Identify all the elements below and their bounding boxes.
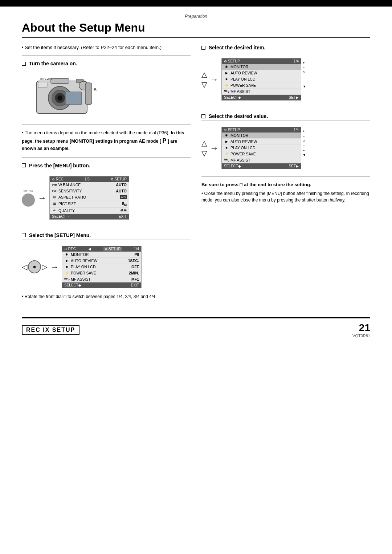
value-powersave-icon: ⚡ [224,152,229,156]
checkbox-setup-select [22,233,26,237]
section-press-menu-header: Press the [MENU] button. [22,163,191,170]
section-turn-on-header: Turn the camera on. [22,61,191,68]
preparation-label: Preparation [22,14,370,19]
svg-rect-8 [85,83,92,105]
checkbox-select-value [201,114,205,118]
value-row-autoreview-label: ▶ AUTO REVIEW [224,139,257,144]
value-menu-header-page: 1/4 [294,128,299,132]
value-row-powersave-label: ⚡ POWER SAVE [224,152,256,156]
mfassist-icon: MFQ [64,277,69,281]
section-select-value-header: Select the desired value. [201,113,370,121]
item-autoreview-icon: ▶ [224,71,229,75]
page-title: About the Setup Menu [22,21,370,38]
value-row-mfassist-label: MFQ MF ASSIST [224,158,250,162]
rec-menu-header-left: ⊙ REC [52,177,64,181]
rec-row-pictsize-value: 8M [122,201,127,207]
checkbox-select-item [201,46,205,50]
setup-menu-screen: ⊙ REC ◀ ⚙ SETUP 1/4 ✱ MONITOR P0 [62,246,142,288]
item-menu-header-setup: ⚙ SETUP [224,59,240,63]
menu-label: MENU [24,189,33,193]
value-row-autoreview: ▶ AUTO REVIEW [222,139,301,145]
svg-rect-10 [65,92,82,105]
value-row-powersave: ⚡ POWER SAVE [222,151,301,157]
item-menu-header-page: 1/4 [294,59,299,63]
setup-section: Select the [SETUP] Menu. ◁ ◉ ▷ → [22,232,191,300]
rec-menu-table: ⊙ REC 1/3 ⚙ SETUP WB W.BALANCE AUTO [49,176,129,220]
pictsize-icon: ▦ [52,202,57,205]
setup-row-playlcd-label: ■ PLAY ON LCD [64,265,95,269]
svg-text:A: A [94,87,97,91]
svg-point-4 [57,95,62,101]
quality-icon: ≞ [52,209,57,212]
setup-row-autoreview-value: 1SEC. [128,258,139,263]
item-row-mfassist: MFQ MF ASSIST [222,89,301,95]
nav-circle: ◉ [28,260,41,273]
rec-row-wbalance: WB W.BALANCE AUTO [50,182,129,188]
camera-illustration: OFF●●ON A [29,72,102,119]
value-footer-set: SET▶ [289,164,299,168]
nav-down-icon-1: ▽ [201,80,207,89]
scroll2-dash-3: – [303,148,306,152]
arrow-right-icon: → [38,193,46,203]
section-setup-select-header: Select the [SETUP] Menu. [22,232,191,240]
page-container: Preparation About the Setup Menu • Set t… [0,0,392,554]
rec-menu-header: ⊙ REC 1/3 ⚙ SETUP [50,176,129,182]
setup-rotate-note: • Rotate the front dial □ to switch betw… [22,293,191,300]
rec-row-wbalance-value: AUTO [116,183,127,187]
col-left: • Set the items if necessary. (Refer to … [22,45,191,303]
value-monitor-icon: ✱ [224,134,229,137]
arrow-right-item: → [210,74,219,85]
rec-row-aspect: ⊞ ASPECT RATIO 4:3 [50,194,129,200]
setup-row-monitor-label: ✱ MONITOR [64,252,89,257]
item-monitor-icon: ✱ [224,65,229,69]
divider-5 [201,108,370,108]
value-row-monitor: ✱ MONITOR [222,133,301,139]
scroll-0: 0 [303,70,306,74]
section-select-item-header: Select the desired item. [201,45,370,52]
item-menu-screen: ⚙ SETUP 1/4 ✱ MONITOR ▶ AUTO REVIEW [221,58,301,101]
rec-menu-header-page: 1/3 [85,177,90,181]
rec-footer-select: SELECT→ [52,215,70,219]
nav-updown-group: △ ▽ [201,70,207,89]
rec-menu-header-setup: ⚙ SETUP [111,177,127,181]
item-row-playlcd-label: ■ PLAY ON LCD [224,77,255,81]
scroll-arrow-down: ▼ [303,85,306,88]
setup-row-mfassist: MFQ MF ASSIST MF1 [62,276,141,282]
scroll2-arrow-down: ▼ [303,153,306,157]
rec-row-sensitivity-value: AUTO [116,189,127,193]
iso-icon: ISO [52,189,57,193]
value-row-mfassist: MFQ MF ASSIST [222,157,301,163]
scroll2-0: 0 [303,139,306,143]
scroll-indicators-2: + – 0 – – ▼ [303,125,306,157]
setup-select-arrow: → [50,262,59,272]
intro-content: Set the items if necessary. (Refer to P2… [25,45,162,50]
monitor-icon: ✱ [64,253,69,256]
setup-row-autoreview: ▶ AUTO REVIEW 1SEC. [62,258,141,264]
rec-row-pictsize: ▦ PICT.SIZE 8M [50,200,129,208]
rec-ix-setup-label: REC IX SETUP [22,325,79,335]
select-value-row: △ ▽ → ⚙ SETUP 1/4 [201,125,370,171]
item-powersave-icon: ⚡ [224,83,229,87]
camera-svg: OFF●●ON A [29,72,102,119]
setup-menu-header-page: 1/4 [134,247,139,251]
rec-row-quality: ≞ QUALITY ≞≞ [50,208,129,214]
setup-select-row: ◁ ◉ ▷ → ⊙ REC [22,244,191,290]
setup-menu-header-rec: ⊙ REC [64,247,76,251]
setup-row-mfassist-label: MFQ MF ASSIST [64,277,91,281]
item-row-mfassist-label: MFQ MF ASSIST [224,89,250,94]
mode-note: • The menu items depend on the mode sele… [22,130,191,152]
setup-menu-header-setup: ⚙ SETUP [103,247,122,251]
intro-bullet: • [22,45,25,50]
setup-row-monitor: ✱ MONITOR P0 [62,252,141,258]
col-right: Select the desired item. △ ▽ → [201,45,370,303]
rec-row-wbalance-label: WB W.BALANCE [52,183,81,187]
rec-row-quality-label: ≞ QUALITY [52,208,75,213]
divider-1 [22,55,191,56]
scroll-indicators-1: + – 0 – – ▼ [303,56,306,88]
menu-button-icon [22,194,35,207]
nav-up-icon-2: △ [201,139,207,147]
svg-rect-5 [51,78,69,83]
nav-down-icon-2: ▽ [201,149,207,158]
bottom-bar: REC IX SETUP 21 VQT0R81 [22,317,370,338]
item-menu-header: ⚙ SETUP 1/4 [222,58,301,64]
